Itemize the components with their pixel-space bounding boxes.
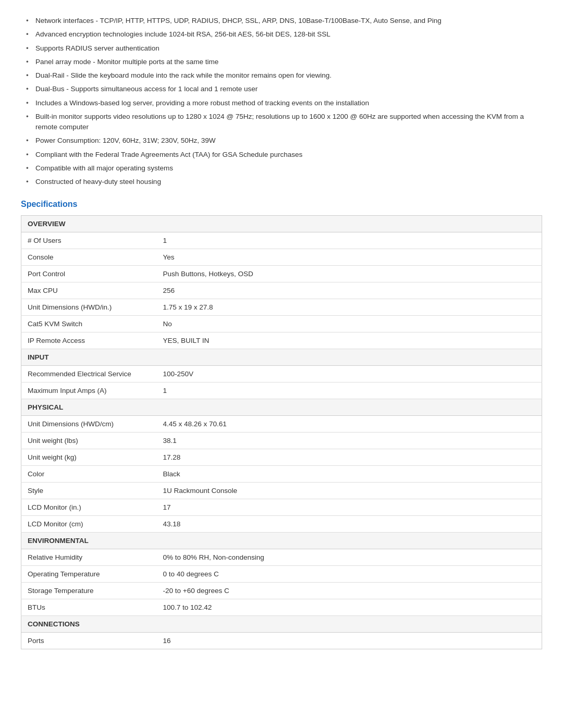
spec-label: Color: [21, 466, 157, 483]
spec-row: LCD Monitor (cm)43.18: [21, 516, 542, 533]
spec-row: LCD Monitor (in.)17: [21, 499, 542, 516]
spec-value: 0% to 80% RH, Non-condensing: [157, 549, 542, 566]
feature-item: Dual-Bus - Supports simultaneous access …: [26, 84, 542, 94]
spec-value: -20 to +60 degrees C: [157, 583, 542, 599]
feature-item: Panel array mode - Monitor multiple port…: [26, 57, 542, 67]
spec-value: 16: [157, 633, 542, 649]
spec-row: Port ControlPush Buttons, Hotkeys, OSD: [21, 266, 542, 282]
feature-list: Network interfaces - TCP/IP, HTTP, HTTPS…: [21, 16, 542, 187]
spec-value: 0 to 40 degrees C: [157, 566, 542, 583]
feature-item: Network interfaces - TCP/IP, HTTP, HTTPS…: [26, 16, 542, 26]
spec-group-header: CONNECTIONS: [21, 616, 542, 633]
spec-label: Operating Temperature: [21, 566, 157, 583]
spec-value: 1.75 x 19 x 27.8: [157, 299, 542, 316]
spec-group-header: OVERVIEW: [21, 216, 542, 232]
spec-group-header: INPUT: [21, 349, 542, 366]
spec-value: Yes: [157, 249, 542, 266]
spec-row: Unit Dimensions (HWD/cm)4.45 x 48.26 x 7…: [21, 416, 542, 433]
spec-row: Style1U Rackmount Console: [21, 483, 542, 499]
spec-value: 256: [157, 282, 542, 299]
feature-item: Dual-Rail - Slide the keyboard module in…: [26, 70, 542, 81]
spec-label: Recommended Electrical Service: [21, 366, 157, 382]
spec-group-header: ENVIRONMENTAL: [21, 533, 542, 549]
spec-row: Ports16: [21, 633, 542, 649]
spec-label: Unit weight (lbs): [21, 433, 157, 449]
spec-label: Relative Humidity: [21, 549, 157, 566]
spec-label: Unit Dimensions (HWD/cm): [21, 416, 157, 433]
spec-value: 1: [157, 382, 542, 399]
spec-value: Black: [157, 466, 542, 483]
spec-value: 38.1: [157, 433, 542, 449]
spec-value: Push Buttons, Hotkeys, OSD: [157, 266, 542, 282]
spec-value: 1: [157, 232, 542, 249]
spec-label: Storage Temperature: [21, 583, 157, 599]
spec-row: Unit weight (lbs)38.1: [21, 433, 542, 449]
spec-label: # Of Users: [21, 232, 157, 249]
feature-item: Constructed of heavy-duty steel housing: [26, 177, 542, 187]
spec-row: ConsoleYes: [21, 249, 542, 266]
feature-item: Built-in monitor supports video resoluti…: [26, 112, 542, 133]
spec-value: 17.28: [157, 449, 542, 466]
feature-item: Compliant with the Federal Trade Agreeme…: [26, 150, 542, 160]
spec-label: LCD Monitor (cm): [21, 516, 157, 533]
spec-value: 100.7 to 102.42: [157, 599, 542, 616]
spec-label: BTUs: [21, 599, 157, 616]
spec-row: BTUs100.7 to 102.42: [21, 599, 542, 616]
spec-row: Storage Temperature-20 to +60 degrees C: [21, 583, 542, 599]
spec-row: Relative Humidity0% to 80% RH, Non-conde…: [21, 549, 542, 566]
spec-label: Max CPU: [21, 282, 157, 299]
spec-label: Ports: [21, 633, 157, 649]
spec-label: Unit Dimensions (HWD/in.): [21, 299, 157, 316]
spec-label: IP Remote Access: [21, 332, 157, 349]
spec-row: Operating Temperature0 to 40 degrees C: [21, 566, 542, 583]
spec-value: 100-250V: [157, 366, 542, 382]
spec-value: 17: [157, 499, 542, 516]
spec-row: Max CPU256: [21, 282, 542, 299]
spec-value: YES, BUILT IN: [157, 332, 542, 349]
spec-row: ColorBlack: [21, 466, 542, 483]
spec-label: LCD Monitor (in.): [21, 499, 157, 516]
spec-row: # Of Users1: [21, 232, 542, 249]
spec-value: 1U Rackmount Console: [157, 483, 542, 499]
specifications-heading: Specifications: [21, 200, 542, 209]
spec-value: 43.18: [157, 516, 542, 533]
spec-label: Cat5 KVM Switch: [21, 316, 157, 332]
feature-item: Power Consumption: 120V, 60Hz, 31W; 230V…: [26, 135, 542, 146]
specifications-table: OVERVIEW# Of Users1ConsoleYesPort Contro…: [21, 215, 542, 649]
spec-value: 4.45 x 48.26 x 70.61: [157, 416, 542, 433]
spec-row: Recommended Electrical Service100-250V: [21, 366, 542, 382]
spec-label: Port Control: [21, 266, 157, 282]
spec-row: Maximum Input Amps (A)1: [21, 382, 542, 399]
spec-label: Style: [21, 483, 157, 499]
spec-row: IP Remote AccessYES, BUILT IN: [21, 332, 542, 349]
spec-label: Maximum Input Amps (A): [21, 382, 157, 399]
spec-value: No: [157, 316, 542, 332]
spec-row: Unit weight (kg)17.28: [21, 449, 542, 466]
feature-item: Includes a Windows-based log server, pro…: [26, 98, 542, 108]
feature-item: Advanced encryption technologies include…: [26, 29, 542, 40]
feature-item: Compatible with all major operating syst…: [26, 163, 542, 174]
feature-item: Supports RADIUS server authentication: [26, 43, 542, 54]
spec-label: Unit weight (kg): [21, 449, 157, 466]
spec-row: Unit Dimensions (HWD/in.)1.75 x 19 x 27.…: [21, 299, 542, 316]
spec-group-header: PHYSICAL: [21, 399, 542, 416]
spec-label: Console: [21, 249, 157, 266]
spec-row: Cat5 KVM SwitchNo: [21, 316, 542, 332]
